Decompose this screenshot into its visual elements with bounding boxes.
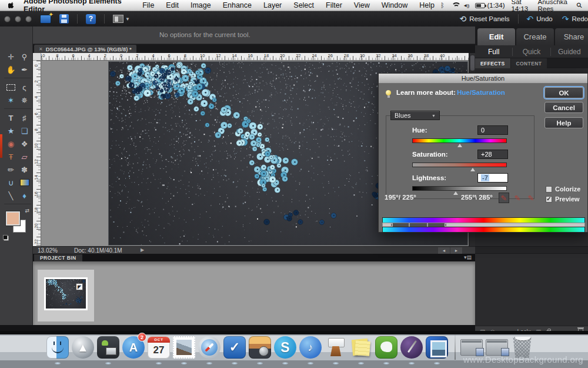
eyedropper-tool[interactable]: ✒ [18, 63, 31, 76]
dock-safari-icon[interactable] [198, 335, 221, 360]
dock-pse-icon[interactable] [425, 335, 449, 360]
dock-evernote-icon[interactable] [375, 335, 398, 360]
dock-finder-icon[interactable] [46, 335, 69, 360]
menu-image[interactable]: Image [191, 1, 211, 9]
tab-create[interactable]: Create [516, 28, 554, 45]
hue-slider[interactable] [412, 138, 507, 143]
help-button[interactable]: ? [86, 14, 96, 24]
dialog-title[interactable]: Hue/Saturation [379, 74, 587, 84]
menu-view[interactable]: View [354, 1, 370, 9]
window-zoom-button[interactable] [25, 16, 32, 22]
menu-select[interactable]: Select [293, 1, 314, 9]
cookie-cutter-tool[interactable]: ★ [4, 124, 18, 137]
move-tool[interactable]: ✛ [4, 50, 18, 63]
colorize-checkbox[interactable]: Colorize [546, 185, 580, 193]
dock-appstore-icon[interactable]: A2 [122, 335, 145, 360]
learn-more-link[interactable]: Hue/Saturation [457, 89, 505, 96]
hand-tool[interactable]: ✋ [4, 63, 18, 76]
mode-guided[interactable]: Guided [551, 48, 588, 56]
menu-clock[interactable]: Sat 14:13 [511, 0, 531, 12]
bin-menu-icon[interactable]: ▾▤ [464, 254, 472, 260]
dock-things-icon[interactable]: ✓ [223, 335, 246, 360]
preview-checkbox[interactable]: ✓ Preview [546, 195, 580, 203]
quick-selection-tool[interactable]: ✵ [18, 94, 31, 107]
dock-stickies-icon[interactable] [349, 335, 373, 360]
brush-tool[interactable]: ✏ [4, 163, 18, 176]
dock-android-icon[interactable] [96, 335, 120, 360]
window-minimize-button[interactable] [15, 16, 21, 22]
red-eye-tool[interactable]: ◉ [4, 137, 18, 150]
menu-enhance[interactable]: Enhance [223, 1, 252, 9]
ok-button[interactable]: OK [544, 87, 583, 98]
wifi-icon[interactable] [451, 2, 457, 8]
bin-selected-item[interactable]: ◤ [38, 270, 94, 321]
document-tab[interactable]: ✕ DSC05644.JPG @ 13% (RGB/8) * [34, 45, 136, 53]
recompose-tool[interactable]: ❏ [18, 124, 31, 137]
saturation-value-field[interactable]: +28 [477, 150, 508, 159]
volume-icon[interactable]: ◄)) [463, 3, 469, 8]
window-close-button[interactable] [4, 16, 11, 22]
type-tool[interactable]: T [4, 111, 18, 124]
dock-ink-icon[interactable] [400, 335, 423, 360]
redo-button[interactable]: ↷Redo [562, 14, 588, 24]
save-button[interactable] [59, 14, 69, 24]
spot-healing-tool[interactable]: ❖ [18, 137, 31, 150]
dock-skype-icon[interactable]: S [273, 335, 297, 360]
dock-launchpad-icon[interactable]: ▲ [71, 335, 95, 360]
new-file-button[interactable] [40, 15, 51, 24]
dock-itunes-icon[interactable]: ♪ [299, 335, 322, 360]
eyedropper-add-icon[interactable]: ✎ [512, 193, 523, 203]
foreground-color-swatch[interactable] [6, 211, 20, 226]
apple-menu-icon[interactable] [8, 1, 15, 9]
dock-keynote-icon[interactable] [324, 335, 348, 360]
lightness-value-field[interactable]: -7 [477, 173, 508, 183]
blur-tool[interactable]: ♦ [18, 189, 31, 202]
menu-layer[interactable]: Layer [263, 1, 282, 9]
menu-file[interactable]: File [142, 1, 154, 9]
lasso-tool[interactable]: ς [18, 81, 31, 94]
hue-value-field[interactable]: 0 [477, 125, 508, 135]
panel-tab-content[interactable]: CONTENT [511, 58, 547, 68]
menu-filter[interactable]: Filter [326, 1, 342, 9]
bin-thumbnail[interactable]: ◤ [44, 277, 88, 310]
marquee-tool[interactable] [4, 81, 18, 94]
zoom-tool[interactable]: ⚲ [18, 50, 31, 63]
arrange-windows-button[interactable]: ▼ [113, 15, 130, 23]
line-tool[interactable]: ╲ [4, 189, 18, 202]
bluetooth-icon[interactable]: ᛒ [440, 2, 445, 9]
magic-wand-tool[interactable]: ✶ [4, 94, 18, 107]
dock-mail-icon[interactable] [172, 335, 196, 360]
lightness-slider-thumb[interactable] [453, 191, 458, 195]
smart-brush-tool[interactable]: ✽ [18, 163, 31, 176]
scroll-left-button[interactable]: ◄ [438, 247, 450, 254]
status-flyout-icon[interactable]: ▶ [141, 247, 144, 253]
lightness-slider[interactable] [412, 186, 507, 191]
cancel-button[interactable]: Cancel [544, 102, 583, 113]
battery-indicator[interactable]: (1:34) [475, 2, 505, 9]
channel-dropdown[interactable]: Blues ▼ [390, 111, 440, 120]
panel-tab-effects[interactable]: EFFECTS [475, 58, 510, 68]
crop-tool[interactable]: ♯ [18, 111, 31, 124]
project-bin-tab[interactable]: PROJECT BIN [34, 254, 82, 261]
menu-window[interactable]: Window [382, 1, 407, 9]
paint-bucket-tool[interactable]: ∪ [4, 176, 18, 189]
gradient-tool[interactable] [18, 176, 31, 189]
saturation-slider[interactable] [412, 163, 507, 167]
eyedropper-subtract-icon[interactable]: ✎ [526, 193, 536, 203]
undo-button[interactable]: ↶Undo [527, 14, 553, 24]
tab-edit[interactable]: Edit [477, 28, 515, 45]
mode-full[interactable]: Full [475, 48, 513, 56]
menu-user[interactable]: Anuschka Rees [538, 0, 571, 12]
saturation-slider-thumb[interactable] [470, 168, 475, 171]
tab-share[interactable]: Share [555, 28, 588, 45]
eraser-tool[interactable]: ▱ [18, 150, 31, 163]
clone-stamp-tool[interactable]: Ŧ [4, 150, 18, 163]
reset-panels-button[interactable]: ⟲Reset Panels [459, 14, 509, 24]
dock-iphoto-icon[interactable] [248, 335, 272, 360]
dock-calendar-icon[interactable]: OCT27 [147, 335, 171, 360]
eyedropper-sample-icon[interactable]: ✎ [499, 193, 509, 203]
hue-slider-thumb[interactable] [457, 144, 462, 147]
scroll-right-button[interactable]: ► [450, 247, 462, 254]
close-tab-icon[interactable]: ✕ [39, 47, 43, 52]
menu-edit[interactable]: Edit [166, 1, 179, 9]
